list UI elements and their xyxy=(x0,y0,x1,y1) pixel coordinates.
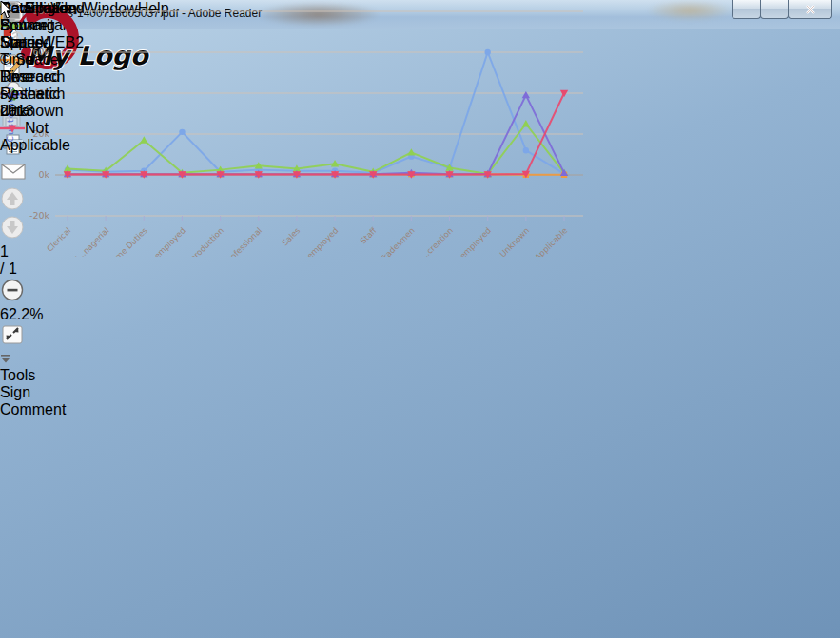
close-icon xyxy=(805,5,816,14)
zoom-out-icon xyxy=(0,278,25,302)
zoom-level-input[interactable]: 62.2% xyxy=(0,306,66,323)
xtick-label: Tradesmen xyxy=(378,225,417,257)
xtick-label: Sales xyxy=(280,225,302,247)
sign-button[interactable]: Sign xyxy=(0,384,66,401)
toolbar-more-button[interactable] xyxy=(0,350,19,367)
minimize-button[interactable] xyxy=(732,0,761,19)
xtick-label: Unemployed xyxy=(450,225,493,257)
tools-button[interactable]: Tools xyxy=(0,367,66,384)
fit-window-button[interactable] xyxy=(0,323,66,350)
glass-smudge xyxy=(647,0,733,21)
xtick-label: Home Duties xyxy=(106,225,149,257)
chart-svg: 80k60k40k20k0k-20kClericalExecuti...nage… xyxy=(0,0,618,257)
fit-window-icon xyxy=(0,323,25,346)
page-total-label: / 1 xyxy=(0,261,66,278)
series-line-married xyxy=(68,124,564,174)
mouse-cursor xyxy=(0,0,15,21)
series-line-single xyxy=(68,52,564,174)
close-button[interactable] xyxy=(788,0,832,19)
legend-marker-icon xyxy=(0,124,25,133)
data-marker xyxy=(179,129,185,135)
data-marker xyxy=(407,148,415,155)
data-marker xyxy=(484,49,490,55)
data-marker xyxy=(140,136,147,143)
xtick-label: Unknown xyxy=(498,225,531,257)
series-line-unknown xyxy=(68,95,564,174)
xtick-label: Clerical xyxy=(45,225,72,253)
toolbar-more-icon xyxy=(0,354,11,363)
data-marker xyxy=(523,147,529,153)
data-marker xyxy=(522,120,530,126)
maximize-button[interactable] xyxy=(760,0,789,19)
comment-button[interactable]: Comment xyxy=(0,401,66,418)
data-marker xyxy=(522,91,530,98)
ytick-label: -20k xyxy=(29,210,50,221)
ytick-label: 0k xyxy=(38,169,49,180)
zoom-out-button[interactable] xyxy=(0,278,66,306)
xtick-label: Staff xyxy=(359,225,380,246)
desktop: { "window": { "title": "str-charts-14007… xyxy=(0,0,840,638)
xtick-label: Professional xyxy=(223,225,264,257)
legend-item-not-applicable: Not Applicable xyxy=(0,120,70,154)
